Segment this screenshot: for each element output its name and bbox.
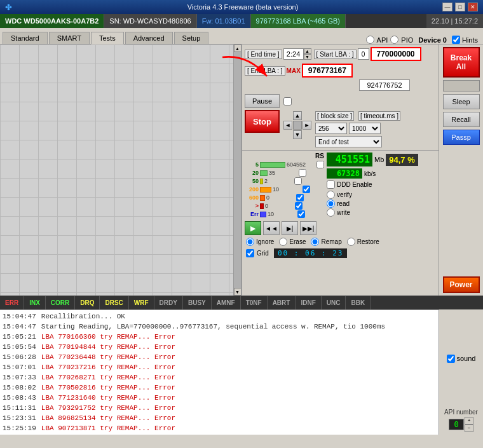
start-lba-label: [ Start LBA : ] (314, 50, 357, 59)
pio-radio[interactable] (390, 36, 398, 44)
tab-tests[interactable]: Tests (91, 32, 124, 44)
rewind-button[interactable]: ◄◄ (263, 221, 280, 235)
end-button[interactable]: ▶▶| (300, 221, 316, 235)
close-button[interactable]: ✕ (468, 3, 478, 11)
write-radio[interactable] (327, 208, 335, 217)
err-seg-err[interactable]: ERR (0, 296, 24, 309)
passp-button[interactable]: Passp (443, 130, 480, 145)
api-radio[interactable] (366, 36, 374, 44)
scroll-track[interactable] (234, 52, 241, 288)
vertical-scrollbar[interactable]: ▲ ▼ (233, 44, 241, 295)
stat-check-20[interactable] (299, 169, 306, 177)
scroll-down-button[interactable]: ▼ (234, 288, 242, 295)
err-seg-bbk[interactable]: BBK (346, 296, 371, 309)
log-area: 15:04:47Recallibration... OK15:04:47Star… (0, 309, 439, 435)
spacer-1 (443, 80, 480, 92)
hints-label: Hints (462, 36, 478, 44)
stat-600: 600 (245, 194, 259, 201)
kbs-display: 67328 (327, 168, 362, 179)
ignore-radio[interactable] (246, 238, 254, 246)
timeout-select[interactable]: 1000 (349, 123, 381, 134)
stat-check-50[interactable] (294, 177, 302, 185)
pause-button[interactable]: Pause (245, 94, 280, 108)
log-message: LBA 793291752 try REMAP... Error (41, 403, 175, 413)
stat-check-600[interactable] (296, 194, 304, 201)
end-time-down[interactable]: ▼ (304, 54, 311, 60)
play-button[interactable]: ▶ (245, 221, 261, 235)
stat-50: 50 (245, 178, 259, 184)
maximize-button[interactable]: □ (455, 3, 465, 11)
err-seg-corr[interactable]: CORR (46, 296, 75, 309)
err-seg-idnf[interactable]: IDNF (296, 296, 321, 309)
break-all-button[interactable]: BreakAll (443, 47, 480, 78)
err-seg-amnf[interactable]: AMNF (212, 296, 241, 309)
tab-advanced[interactable]: Advanced (125, 32, 173, 44)
grid-checkbox[interactable] (246, 249, 254, 257)
block-size-select[interactable]: 256 (315, 123, 347, 134)
dir-down-button[interactable]: ▼ (293, 130, 302, 139)
hints-checkbox[interactable] (452, 36, 460, 44)
tab-smart[interactable]: SMART (49, 32, 90, 44)
err-seg-abrt[interactable]: ABRT (268, 296, 296, 309)
read-radio[interactable] (327, 200, 335, 208)
restore-label: Restore (357, 238, 379, 245)
stop-button[interactable]: Stop (245, 110, 280, 133)
end-time-up[interactable]: ▲ (304, 48, 311, 54)
api-minus-button[interactable]: − (465, 424, 473, 432)
graph-grid (0, 44, 241, 295)
log-timestamp: 15:08:43 (3, 393, 36, 403)
device-info: 22.10 | 15:27:2 (426, 14, 483, 28)
second-lba-input[interactable] (359, 79, 410, 91)
err-seg-wrf[interactable]: WRF (129, 296, 154, 309)
stat-check-err[interactable] (297, 210, 305, 218)
direction-checkbox[interactable] (283, 97, 292, 105)
scroll-up-button[interactable]: ▲ (234, 44, 242, 52)
start-lba-input[interactable] (371, 47, 421, 61)
err-seg-busy[interactable]: BUSY (183, 296, 212, 309)
log-entry: 15:11:31LBA 793291752 try REMAP... Error (3, 403, 436, 413)
end-lba-input[interactable] (302, 64, 353, 78)
device-label: Device 0 (418, 36, 447, 44)
tab-standard[interactable]: Standard (3, 32, 48, 44)
erase-radio[interactable] (279, 238, 287, 246)
err-seg-drsc[interactable]: DRSC (100, 296, 128, 309)
stat-bar-gt (260, 203, 264, 209)
stat-bar-200 (260, 187, 271, 193)
verify-radio[interactable] (327, 191, 335, 199)
minimize-button[interactable]: — (442, 3, 452, 11)
err-seg-unc[interactable]: UNC (322, 296, 346, 309)
stat-bar-20 (260, 170, 268, 176)
dir-left-button[interactable]: ◄ (283, 121, 292, 130)
err-seg-drdy[interactable]: DRDY (154, 296, 183, 309)
err-seg-inx[interactable]: INX (24, 296, 46, 309)
sound-checkbox[interactable] (447, 355, 455, 363)
graph-area: ▲ ▼ (0, 44, 242, 295)
end-of-test-select[interactable]: End of test (315, 136, 382, 147)
stat-val-50: 2 (264, 178, 293, 184)
recall-button[interactable]: Recall (443, 112, 480, 127)
stat-val-20: 35 (269, 170, 297, 176)
err-seg-drq[interactable]: DRQ (75, 296, 100, 309)
stat-check-gt[interactable] (295, 202, 303, 210)
dir-up-button[interactable]: ▲ (293, 111, 302, 120)
stat-check-200[interactable] (303, 186, 310, 193)
grid-label: Grid (257, 250, 269, 257)
stat-check-5[interactable] (316, 161, 324, 168)
api-value: 0 (449, 419, 464, 430)
log-message: Recallibration... OK (41, 311, 125, 322)
drive-name[interactable]: WDC WD5000AAKS-00A7B2 (0, 14, 104, 28)
end-time-input[interactable] (283, 48, 304, 60)
skip-button[interactable]: ▶| (282, 221, 298, 235)
sleep-button[interactable]: Sleep (443, 94, 480, 109)
remap-radio[interactable] (311, 238, 319, 246)
api-plus-button[interactable]: + (465, 417, 473, 424)
power-button[interactable]: Power (443, 276, 480, 293)
start-lba-zero[interactable] (358, 48, 369, 60)
stat-bar-5 (260, 162, 285, 168)
err-seg-t0nf[interactable]: T0NF (241, 296, 268, 309)
dir-right-button[interactable]: ► (303, 121, 311, 130)
stat-bar-600 (260, 195, 265, 201)
tab-setup[interactable]: Setup (174, 32, 209, 44)
restore-radio[interactable] (347, 238, 355, 246)
ddd-checkbox[interactable] (327, 180, 335, 189)
